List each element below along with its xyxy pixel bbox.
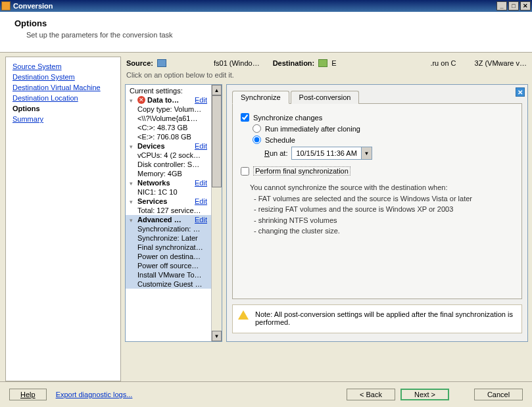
source-label: Source: — [126, 59, 153, 67]
checkbox-sync-changes[interactable] — [241, 113, 249, 122]
error-icon: ✕ — [137, 96, 145, 104]
back-button[interactable]: < Back — [347, 389, 395, 400]
tree-group-devices[interactable]: ▾ Devices Edit — [126, 141, 222, 151]
nav-destination-vm[interactable]: Destination Virtual Machine — [6, 82, 120, 93]
page-title: Options — [14, 18, 518, 28]
chevron-down-icon[interactable]: ▾ — [130, 143, 135, 149]
tree-item[interactable]: <E:>: 706.08 GB — [126, 132, 222, 141]
nav-destination-location[interactable]: Destination Location — [6, 93, 120, 103]
destination-suffix: .ru on C — [430, 59, 456, 67]
tree-item[interactable]: <\\?\Volume{a61… — [126, 114, 222, 123]
note-box: Note: All post-conversion settings will … — [232, 304, 522, 333]
tree-item[interactable]: Disk controller: S… — [126, 160, 222, 169]
wizard-footer: Help Export diagnostic logs... < Back Ne… — [0, 381, 532, 407]
source-value: fs01 (Windo… — [214, 59, 260, 67]
destination-label: Destination: — [273, 59, 315, 67]
tree-item[interactable]: Total: 127 service… — [126, 206, 222, 215]
scroll-thumb[interactable] — [212, 95, 222, 187]
chevron-down-icon[interactable]: ▾ — [130, 217, 135, 223]
label-run-immediately: Run immediately after cloning — [265, 125, 360, 133]
chevron-down-icon[interactable]: ▾ — [130, 180, 135, 186]
label-run-at: Run at: — [264, 149, 287, 157]
close-panel-button[interactable]: ✕ — [516, 87, 525, 97]
sync-info-item: resizing FAT volumes and the source is W… — [254, 204, 514, 215]
tab-post-conversion[interactable]: Post-conversion — [291, 91, 360, 104]
minimize-button[interactable]: _ — [496, 1, 507, 11]
nav-options[interactable]: Options — [6, 103, 120, 114]
window-title: Conversion — [13, 2, 495, 10]
tree-item[interactable]: Power off source… — [126, 261, 222, 270]
tree-item[interactable]: Final synchronizat… — [126, 243, 222, 252]
detail-panel: ✕ Synchronize Post-conversion Synchroniz… — [226, 84, 528, 342]
tree-item[interactable]: Synchronization: … — [126, 224, 222, 233]
nav-destination-system[interactable]: Destination System — [6, 72, 120, 82]
checkbox-final-sync[interactable] — [241, 167, 249, 176]
nav-source-system[interactable]: Source System — [6, 61, 120, 72]
tree-group-advanced[interactable]: ▾ Advanced … Edit — [126, 215, 222, 224]
app-icon — [1, 1, 11, 11]
destination-icon — [318, 59, 327, 67]
combo-run-at[interactable]: 10/15/15 11:36 AM ▼ — [291, 147, 372, 160]
wizard-header: Options Set up the parameters for the co… — [0, 12, 532, 53]
tree-item[interactable]: Memory: 4GB — [126, 169, 222, 178]
tab-synchronize[interactable]: Synchronize — [232, 91, 289, 104]
sync-info: You cannot synchronize the source with t… — [250, 182, 514, 237]
close-button[interactable]: ✕ — [520, 1, 531, 11]
instruction-text: Click on an option below to edit it. — [125, 70, 528, 84]
settings-tree[interactable]: Current settings: ▾ ✕ Data to… Edit Copy… — [125, 84, 222, 342]
label-sync-changes: Synchronize changes — [253, 114, 322, 122]
tree-item[interactable]: NIC1: 1C 10 — [126, 187, 222, 197]
tree-header: Current settings: — [126, 86, 222, 95]
source-icon — [157, 59, 166, 67]
tree-item[interactable]: Customize Guest … — [126, 279, 222, 289]
sync-info-head: You cannot synchronize the source with t… — [250, 182, 514, 193]
radio-run-immediately[interactable] — [253, 124, 261, 133]
chevron-down-icon[interactable]: ▾ — [130, 97, 135, 103]
sync-info-item: FAT volumes are selected and the source … — [254, 193, 514, 204]
title-bar: Conversion _ □ ✕ — [0, 0, 532, 12]
chevron-down-icon[interactable]: ▾ — [130, 199, 135, 204]
scroll-down-button[interactable]: ▼ — [212, 331, 222, 341]
destination-value: E — [331, 59, 336, 67]
label-schedule: Schedule — [265, 136, 295, 144]
sync-info-item: changing the cluster size. — [254, 226, 514, 237]
wizard-nav: Source System Destination System Destina… — [5, 57, 121, 381]
nav-summary[interactable]: Summary — [6, 114, 120, 124]
help-button[interactable]: Help — [9, 389, 47, 400]
note-text: Note: All post-conversion settings will … — [255, 310, 513, 326]
tree-scrollbar[interactable]: ▲ ▼ — [211, 85, 222, 341]
warning-icon — [238, 310, 249, 320]
tree-item[interactable]: vCPUs: 4 (2 sock… — [126, 151, 222, 160]
scroll-up-button[interactable]: ▲ — [212, 85, 222, 95]
cancel-button[interactable]: Cancel — [474, 389, 523, 400]
label-final-sync: Perform final synchronization — [253, 166, 351, 176]
combo-run-at-value: 10/15/15 11:36 AM — [292, 149, 360, 157]
next-button[interactable]: Next > — [400, 389, 449, 400]
tree-group-data[interactable]: ▾ ✕ Data to… Edit — [126, 95, 222, 105]
destination-tail: 3Z (VMware v… — [475, 59, 527, 67]
tree-item[interactable]: Copy type: Volum… — [126, 105, 222, 114]
tree-item[interactable]: <C:>: 48.73 GB — [126, 123, 222, 132]
source-dest-line: Source: fs01 (Windo… Destination: E .ru … — [125, 57, 528, 70]
tree-group-networks[interactable]: ▾ Networks Edit — [126, 178, 222, 187]
tree-group-services[interactable]: ▾ Services Edit — [126, 197, 222, 206]
export-logs-link[interactable]: Export diagnostic logs... — [56, 391, 133, 398]
tree-item[interactable]: Install VMware To… — [126, 270, 222, 279]
tree-item[interactable]: Power on destina… — [126, 252, 222, 261]
tree-item[interactable]: Synchronize: Later — [126, 233, 222, 243]
chevron-down-icon[interactable]: ▼ — [361, 147, 372, 159]
radio-schedule[interactable] — [253, 135, 261, 144]
maximize-button[interactable]: □ — [508, 1, 519, 11]
page-subtitle: Set up the parameters for the conversion… — [26, 31, 518, 39]
sync-info-item: shrinking NTFS volumes — [254, 215, 514, 226]
tab-body-synchronize: Synchronize changes Run immediately afte… — [232, 103, 522, 299]
